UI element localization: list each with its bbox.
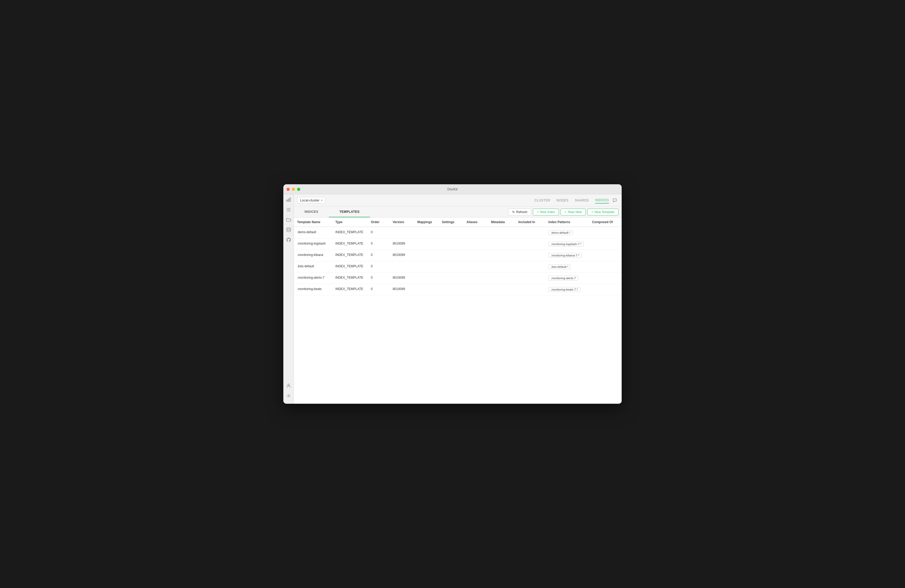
app-title: DocKit — [448, 187, 457, 191]
new-template-label: New Template — [594, 210, 614, 214]
traffic-lights — [286, 188, 300, 191]
app-window: DocKit — [283, 184, 622, 404]
table-header-row: Template Name Type Order Version Mapping… — [294, 218, 622, 227]
nav-tab-cluster[interactable]: CLUSTER — [534, 197, 550, 203]
subtab-indices[interactable]: INDICES — [294, 207, 329, 217]
refresh-button[interactable]: ↻ Refresh — [508, 208, 531, 216]
refresh-label: Refresh — [516, 210, 527, 214]
col-header-template-name: Template Name — [294, 218, 332, 227]
cluster-selector[interactable]: Local-cluster ▾ — [297, 197, 325, 203]
subtabs-bar: INDICES TEMPLATES ↻ Refresh + New Index … — [294, 207, 622, 218]
col-header-included-in: Included In — [515, 218, 545, 227]
sidebar-icon-database[interactable] — [286, 227, 291, 232]
col-header-type: Type — [332, 218, 368, 227]
col-header-version: Version — [390, 218, 414, 227]
new-alias-label: Alias New — [568, 210, 582, 214]
chat-icon-button[interactable] — [611, 197, 619, 204]
new-index-label: New Index — [540, 210, 555, 214]
col-header-index-patterns: Index Patterns — [545, 218, 589, 227]
table-row[interactable]: .monitoring-beatsINDEX_TEMPLATE08010099.… — [294, 284, 622, 295]
subtabs-actions: ↻ Refresh + New Index + Alias New + New … — [508, 207, 622, 217]
main-content: Local-cluster ▾ CLUSTER NODES SHARDS IND… — [294, 194, 622, 404]
col-header-metadata: Metadata — [488, 218, 515, 227]
svg-rect-0 — [286, 200, 287, 202]
svg-rect-2 — [290, 198, 291, 202]
new-template-icon: + — [591, 210, 593, 214]
table-body: .items-defaultINDEX_TEMPLATE0.items-defa… — [294, 227, 622, 295]
new-index-icon: + — [537, 210, 539, 214]
sidebar-bottom — [286, 383, 291, 401]
nav-tabs: CLUSTER NODES SHARDS INDICES — [534, 197, 609, 203]
nav-tab-indices[interactable]: INDICES — [595, 197, 609, 203]
new-index-button[interactable]: + New Index — [533, 208, 559, 216]
titlebar: DocKit — [283, 184, 622, 194]
templates-table: Template Name Type Order Version Mapping… — [294, 218, 622, 295]
table-row[interactable]: .monitoring-alerts-7INDEX_TEMPLATE080100… — [294, 273, 622, 284]
svg-rect-1 — [288, 199, 289, 202]
table-row[interactable]: .monitoring-kibanaINDEX_TEMPLATE08010099… — [294, 250, 622, 261]
new-template-button[interactable]: + New Template — [587, 208, 619, 216]
close-button[interactable] — [286, 188, 290, 191]
col-header-order: Order — [368, 218, 390, 227]
refresh-icon: ↻ — [512, 210, 515, 214]
sidebar-icon-list[interactable] — [286, 207, 291, 212]
svg-point-7 — [287, 384, 289, 386]
col-header-settings: Settings — [439, 218, 463, 227]
nav-tab-nodes[interactable]: NODES — [557, 197, 568, 203]
svg-point-8 — [288, 395, 289, 397]
nav-tab-shards[interactable]: SHARDS — [575, 197, 589, 203]
sidebar-icon-user[interactable] — [286, 383, 291, 388]
table-row[interactable]: .lists-defaultINDEX_TEMPLATE0.lists-defa… — [294, 261, 622, 273]
app-body: Local-cluster ▾ CLUSTER NODES SHARDS IND… — [283, 194, 622, 404]
new-alias-button[interactable]: + Alias New — [560, 208, 586, 216]
table-row[interactable]: .items-defaultINDEX_TEMPLATE0.items-defa… — [294, 227, 622, 238]
col-header-aliases: Aliases — [463, 218, 488, 227]
new-alias-icon: + — [565, 210, 567, 214]
table-row[interactable]: .monitoring-logstashINDEX_TEMPLATE080100… — [294, 238, 622, 250]
col-header-mappings: Mappings — [414, 218, 439, 227]
table-container: Template Name Type Order Version Mapping… — [294, 218, 622, 404]
sidebar-icon-github[interactable] — [286, 237, 291, 242]
svg-point-6 — [287, 228, 291, 229]
chevron-down-icon: ▾ — [321, 199, 322, 202]
sidebar — [283, 194, 294, 404]
subtab-templates[interactable]: TEMPLATES — [329, 207, 370, 217]
maximize-button[interactable] — [297, 188, 300, 191]
toolbar: Local-cluster ▾ CLUSTER NODES SHARDS IND… — [294, 194, 622, 207]
sidebar-icon-chart[interactable] — [286, 197, 291, 202]
minimize-button[interactable] — [292, 188, 295, 191]
col-header-composed-of: Composed Of — [589, 218, 622, 227]
sidebar-icon-settings[interactable] — [286, 393, 291, 399]
cluster-name: Local-cluster — [300, 198, 319, 202]
sidebar-icon-folder[interactable] — [286, 217, 291, 222]
